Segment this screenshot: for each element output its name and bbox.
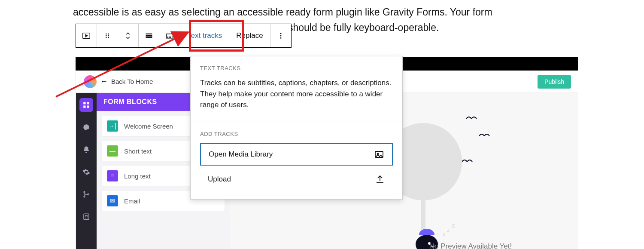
nav-blocks-icon[interactable] (79, 98, 93, 112)
svg-rect-2 (83, 106, 85, 108)
nav-logic-icon[interactable] (79, 188, 93, 201)
svg-point-21 (106, 34, 107, 35)
svg-rect-7 (84, 214, 89, 220)
long-text-icon: ≡ (107, 170, 118, 181)
preview-illustration: z z z (380, 110, 561, 249)
popover-heading-text-tracks: TEXT TRACKS (200, 65, 393, 71)
block-toolbar: Text tracks Replace (76, 24, 292, 48)
upload-button[interactable]: Upload (200, 168, 393, 191)
upload-icon (375, 174, 385, 184)
app-logo (83, 74, 97, 89)
preview-placeholder: z z z No Preview Available Yet! (380, 110, 561, 249)
svg-point-6 (88, 194, 89, 195)
back-arrow-icon[interactable]: ← (100, 77, 108, 86)
svg-text:z: z (447, 227, 450, 233)
svg-point-33 (170, 37, 171, 38)
article-line-2: should be fully keyboard-operable. (288, 22, 439, 33)
email-icon: ✉ (107, 195, 118, 206)
text-tracks-button[interactable]: Text tracks (180, 24, 229, 47)
svg-text:z: z (443, 231, 445, 237)
svg-rect-0 (83, 102, 85, 104)
svg-rect-3 (87, 106, 89, 108)
welcome-icon: →] (107, 120, 118, 132)
block-label: Email (124, 197, 140, 205)
short-text-icon: — (107, 145, 118, 157)
svg-point-26 (108, 37, 109, 38)
svg-point-32 (169, 37, 170, 38)
open-media-library-label: Open Media Library (209, 150, 273, 159)
aspect-ratio-icon[interactable] (159, 24, 180, 47)
svg-point-36 (280, 37, 281, 39)
block-label: Welcome Screen (124, 123, 173, 130)
svg-point-5 (84, 196, 85, 197)
open-media-library-button[interactable]: Open Media Library (200, 143, 393, 166)
block-label: Long text (124, 172, 151, 180)
preview-empty-text: No Preview Available Yet! (380, 242, 561, 249)
svg-point-23 (106, 35, 107, 37)
svg-point-34 (280, 33, 281, 34)
block-label: Short text (124, 148, 152, 155)
back-to-home-link[interactable]: Back To Home (111, 78, 153, 85)
side-nav (76, 93, 97, 249)
move-up-down-icon[interactable] (118, 24, 138, 47)
svg-text:z: z (452, 221, 455, 229)
publish-button[interactable]: Publish (538, 75, 571, 89)
nav-settings-icon[interactable] (79, 165, 93, 179)
media-library-icon (374, 149, 384, 160)
video-block-icon[interactable] (76, 24, 97, 47)
drag-handle-icon[interactable] (97, 24, 118, 47)
more-options-icon[interactable] (270, 24, 291, 47)
align-icon[interactable] (139, 24, 159, 47)
svg-point-25 (106, 37, 107, 38)
popover-heading-add-tracks: ADD TRACKS (200, 131, 393, 137)
replace-button[interactable]: Replace (229, 24, 270, 47)
nav-notifications-icon[interactable] (79, 143, 93, 157)
svg-point-31 (167, 37, 168, 38)
popover-description: Tracks can be subtitles, captions, chapt… (200, 77, 393, 111)
upload-label: Upload (208, 175, 231, 184)
text-tracks-popover: TEXT TRACKS Tracks can be subtitles, cap… (190, 56, 403, 200)
svg-point-24 (108, 35, 109, 37)
svg-rect-1 (87, 102, 89, 104)
svg-point-22 (108, 34, 109, 35)
svg-point-35 (280, 35, 281, 37)
nav-theme-icon[interactable] (79, 120, 93, 134)
svg-point-4 (84, 191, 85, 193)
article-line-1: accessible is as easy as selecting an ac… (73, 6, 492, 18)
nav-calc-icon[interactable] (79, 210, 93, 224)
